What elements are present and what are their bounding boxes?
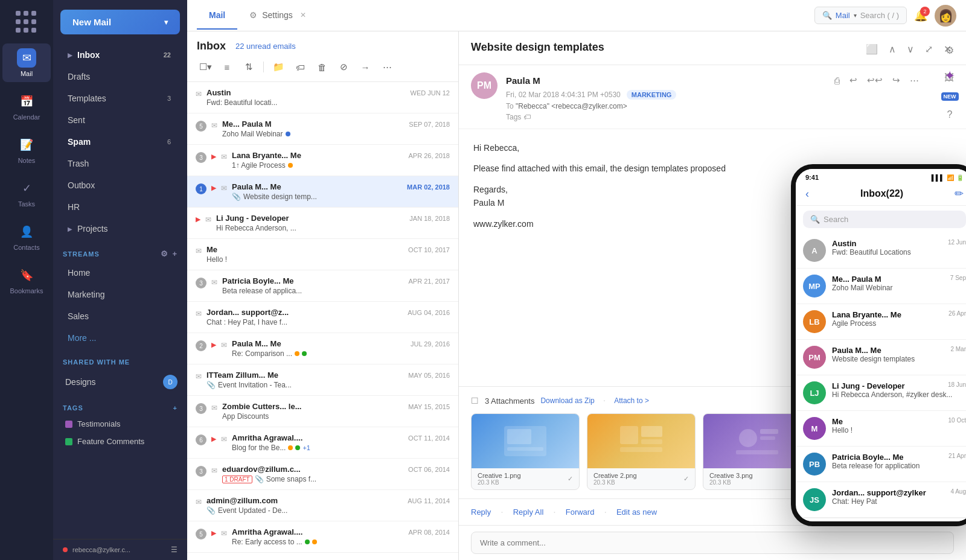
settings-tab-close-icon[interactable]: ✕ — [300, 11, 306, 19]
nav-stream-marketing[interactable]: Marketing — [56, 284, 185, 305]
archive-button[interactable]: ⊘ — [335, 59, 352, 75]
mobile-email-row[interactable]: JS Jordan... support@zylker 4 Aug Chat: … — [796, 482, 966, 518]
popout-icon[interactable]: ⬜ — [863, 41, 880, 57]
email-row[interactable]: 5 ✉ Me... Paula M Zoho Mail Webinar SEP … — [187, 113, 458, 145]
nav-folder-trash[interactable]: Trash — [56, 153, 185, 174]
reply-all-icon[interactable]: ↩↩ — [865, 72, 885, 88]
email-row[interactable]: ✉ Jordan... support@z... Chat : Hey Pat,… — [187, 302, 458, 333]
nav-folder-drafts[interactable]: Drafts — [56, 66, 185, 87]
print-icon[interactable]: ⎙ — [832, 73, 842, 88]
nav-folder-hr[interactable]: HR — [56, 197, 185, 217]
mobile-nav-calendar[interactable]: 📅 Calendar — [832, 523, 857, 526]
email-row[interactable]: ▶ ✉ Li Jung - Developer Hi Rebecca Ander… — [187, 208, 458, 239]
email-row[interactable]: ✉ ITTeam Zillum... Me 📎 Event Invitation… — [187, 364, 458, 396]
streams-filter-icon[interactable]: ⚙ — [161, 249, 168, 258]
email-row[interactable]: 3 ✉ eduardov@zillum.c... 1 DRAFT 📎 Some … — [187, 459, 458, 490]
attach-to-link[interactable]: Attach to > — [614, 396, 649, 405]
mobile-nav-files[interactable]: 📁 Files — [913, 523, 927, 526]
forward-action-link[interactable]: Forward — [566, 508, 595, 517]
settings-detail-icon[interactable]: ⚙ — [942, 41, 958, 60]
mobile-email-row[interactable]: PM Paula M... Me 2 Mar Website design te… — [796, 340, 966, 375]
sidebar-item-notes[interactable]: 📝 Notes — [2, 130, 51, 169]
nav-stream-home[interactable]: Home — [56, 262, 185, 283]
nav-folder-outbox[interactable]: Outbox — [56, 175, 185, 196]
email-row[interactable]: 5 ▶ ✉ Amritha Agrawal.... Re: Early acce… — [187, 521, 458, 553]
streams-add-icon[interactable]: + — [172, 249, 178, 258]
notifications-button[interactable]: 🔔 2 — [914, 9, 927, 22]
attachment-check-icon[interactable]: ✓ — [568, 475, 573, 483]
select-all-button[interactable]: ☐▾ — [197, 59, 214, 75]
nav-folder-templates[interactable]: Templates 3 — [56, 88, 185, 109]
mobile-nav-contacts[interactable]: 👤 Contacts — [873, 523, 897, 526]
attachment-card[interactable]: Creative 2.png 20.3 KB ✓ — [587, 413, 696, 490]
attachment-card[interactable]: Creative 1.png 20.3 KB ✓ — [471, 413, 580, 490]
nav-stream-sales[interactable]: Sales — [56, 306, 185, 326]
mobile-email-row[interactable]: LB Lana Bryante... Me 26 Apr Agile Proce… — [796, 304, 966, 340]
sidebar-collapse-button[interactable]: ☰ — [171, 546, 178, 554]
filter-button[interactable]: ≡ — [219, 59, 235, 75]
forward-icon[interactable]: ↪ — [890, 72, 903, 88]
email-row[interactable]: ✉ Austin Fwd: Beautiful locati... WED JU… — [187, 82, 458, 113]
sidebar-item-mail[interactable]: ✉ Mail — [2, 43, 51, 82]
edit-as-new-action-link[interactable]: Edit as new — [616, 508, 657, 517]
mobile-email-row[interactable]: PB Patricia Boyle... Me 21 Apr Beta rele… — [796, 447, 966, 482]
more-icon[interactable]: ⋯ — [907, 72, 921, 88]
email-row[interactable]: 2 ▶ ✉ Paula M... Me Re: Comparison ... J… — [187, 333, 458, 364]
label-button[interactable]: 🏷 — [292, 59, 309, 75]
tags-add-icon[interactable]: + — [173, 404, 178, 412]
next-email-icon[interactable]: ∨ — [904, 41, 916, 57]
email-row[interactable]: 2 ✉ eduardov@zillum.c... Re: Early acces… — [187, 553, 458, 560]
mobile-search-input[interactable]: 🔍 Search — [803, 211, 966, 228]
email-row[interactable]: 3 ▶ ✉ Lana Bryante... Me 1↑ Agile Proces… — [187, 145, 458, 176]
move-button[interactable]: → — [357, 59, 374, 75]
delete-button[interactable]: 🗑 — [313, 59, 330, 75]
mobile-email-row[interactable]: M Me 10 Oct Hello ! — [796, 411, 966, 447]
nav-tag-testimonials[interactable]: Testimonials — [53, 415, 187, 433]
reply-icon[interactable]: ↩ — [847, 72, 860, 88]
comment-input[interactable] — [471, 532, 954, 554]
mobile-compose-icon[interactable]: ✏ — [955, 187, 964, 200]
email-row[interactable]: ✉ Me Hello ! OCT 10, 2017 — [187, 239, 458, 270]
folder-button[interactable]: 📁 — [270, 59, 287, 75]
email-row[interactable]: 3 ✉ Patricia Boyle... Me Beta release of… — [187, 270, 458, 302]
sidebar-item-calendar[interactable]: 📅 Calendar — [2, 87, 51, 126]
body-greeting: Hi Rebecca, — [473, 141, 952, 154]
sidebar-item-contacts[interactable]: 👤 Contacts — [2, 217, 51, 256]
nav-folder-inbox[interactable]: ▶ Inbox 22 — [56, 45, 185, 65]
mobile-email-row[interactable]: MP Me... Paula M 7 Sep Zoho Mail Webinar — [796, 269, 966, 304]
unread-emails-link[interactable]: 22 unread emails — [235, 42, 296, 51]
nav-folder-spam[interactable]: Spam 6 — [56, 132, 185, 152]
attachment-check-icon[interactable]: ✓ — [683, 475, 689, 483]
email-row[interactable]: 6 ▶ ✉ Amritha Agrawal.... Blog for the B… — [187, 427, 458, 459]
nav-folder-projects[interactable]: ▶ Projects — [56, 218, 185, 239]
tags-add-icon[interactable]: 🏷 — [523, 113, 531, 121]
reply-action-link[interactable]: Reply — [471, 508, 491, 517]
nav-stream-more[interactable]: More ... — [56, 328, 185, 348]
tab-mail[interactable]: Mail — [197, 2, 237, 30]
prev-email-icon[interactable]: ∧ — [886, 41, 898, 57]
download-zip-link[interactable]: Download as Zip — [540, 396, 594, 405]
sort-button[interactable]: ⇅ — [240, 59, 257, 75]
email-row-selected[interactable]: 1 ▶ ✉ Paula M... Me 📎 Website design tem… — [187, 176, 458, 208]
mobile-email-subject: Zoho Mail Webinar — [832, 284, 966, 292]
sidebar-item-bookmarks[interactable]: 🔖 Bookmarks — [2, 261, 51, 299]
mobile-email-row[interactable]: LJ Li Jung - Developer 18 Jun Hi Rebecca… — [796, 375, 966, 411]
new-mail-button[interactable]: New Mail ▾ — [60, 10, 180, 34]
sidebar-item-tasks[interactable]: ✓ Tasks — [2, 174, 51, 212]
nav-shared-designs[interactable]: Designs D — [53, 369, 187, 395]
nav-folder-sent[interactable]: Sent — [56, 110, 185, 130]
mobile-search-bar[interactable]: 🔍 Search — [796, 206, 966, 233]
reply-all-action-link[interactable]: Reply All — [513, 508, 544, 517]
email-row[interactable]: 3 ✉ Zombie Cutters... le... App Discount… — [187, 396, 458, 427]
email-row[interactable]: ✉ admin@zillum.com 📎 Event Updated - De.… — [187, 490, 458, 521]
app-grid-icon[interactable] — [14, 10, 39, 34]
help-icon[interactable]: ? — [944, 106, 956, 124]
account-bar[interactable]: rebecca@zylker.c... ☰ — [53, 539, 187, 560]
attach-checkbox[interactable]: ☐ — [471, 396, 479, 406]
mobile-email-row[interactable]: A Austin 12 Jun Fwd: Beautiful Locations — [796, 233, 966, 269]
search-bar[interactable]: 🔍 Mail ▾ Search ( / ) — [814, 7, 907, 24]
nav-tag-feature-comments[interactable]: Feature Comments — [53, 433, 187, 450]
more-actions-button[interactable]: ⋯ — [379, 59, 395, 75]
tab-settings[interactable]: ⚙ Settings ✕ — [237, 2, 318, 30]
user-avatar[interactable]: 👩 — [935, 5, 956, 27]
